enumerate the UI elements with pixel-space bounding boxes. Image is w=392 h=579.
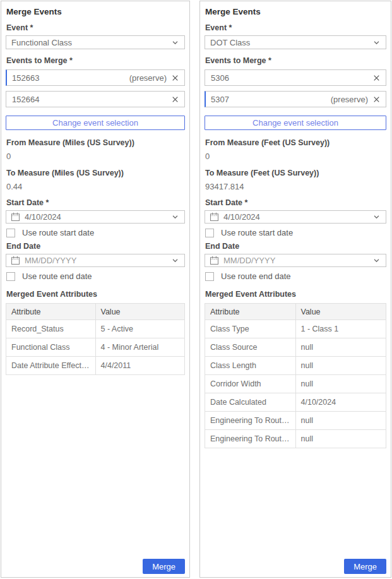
preserve-badge: (preserve) [331,95,368,104]
remove-event-icon[interactable] [372,74,381,82]
table-row: Class Type 1 - Class 1 [205,320,386,338]
from-measure-label: From Measure (Feet (US Survey)) [205,138,386,148]
end-date-placeholder: MM/DD/YYYY [223,256,372,265]
chevron-down-icon [372,213,381,221]
merge-button[interactable]: Merge [143,559,185,574]
value-cell: null [295,338,386,357]
event-to-merge-input[interactable]: 152663 (preserve) [6,69,185,86]
use-route-end-date-label: Use route end date [221,272,291,281]
merged-attributes-table: Attribute Value Record_Status 5 - Active… [6,303,185,375]
calendar-icon [11,212,20,222]
chevron-down-icon [372,39,381,47]
calendar-icon [11,256,20,265]
table-row: Date Calculated 4/10/2024 [205,393,386,412]
merge-events-panel-right: Merge Events Event * DOT Class Events to… [199,1,391,578]
attribute-cell: Date Attribute Effective [6,357,96,375]
table-header-row: Attribute Value [6,304,185,320]
merged-event-attributes-heading: Merged Event Attributes [6,290,185,299]
value-cell: 1 - Class 1 [295,320,386,338]
use-route-start-date-label: Use route start date [221,228,293,237]
remove-event-icon[interactable] [171,74,179,82]
attribute-cell: Engineering To Route ... [205,430,296,448]
event-select-value: Functional Class [11,38,171,47]
merged-attributes-table: Attribute Value Class Type 1 - Class 1 C… [205,303,386,448]
event-select[interactable]: DOT Class [205,35,386,49]
to-measure-label: To Measure (Miles (US Survey)) [6,169,185,178]
table-row: Corridor Width null [205,375,386,393]
end-date-label: End Date [6,242,185,251]
use-route-end-date-label: Use route end date [22,272,92,281]
events-to-merge-label: Events to Merge * [6,56,185,66]
to-measure-label: To Measure (Feet (US Survey)) [205,169,386,178]
start-date-value: 4/10/2024 [25,212,171,222]
calendar-icon [210,212,219,222]
from-measure-value: 0 [6,152,185,161]
value-cell: null [295,412,386,430]
calendar-icon [210,256,219,265]
use-route-start-date-checkbox[interactable] [6,229,15,237]
end-date-placeholder: MM/DD/YYYY [25,256,171,265]
remove-event-icon[interactable] [171,95,179,104]
use-route-end-date-row: Use route end date [6,272,185,281]
use-route-start-date-row: Use route start date [6,228,185,237]
remove-event-icon[interactable] [372,95,381,104]
event-to-merge-input[interactable]: 152664 [6,91,185,107]
use-route-end-date-row: Use route end date [205,272,386,281]
panel-title: Merge Events [6,7,185,17]
event-id-value: 5306 [211,73,372,83]
value-column-header: Value [295,304,386,320]
to-measure-value: 0.44 [6,182,185,191]
event-to-merge-input[interactable]: 5307 (preserve) [205,91,386,107]
use-route-start-date-label: Use route start date [22,228,94,237]
event-id-value: 152664 [12,95,171,104]
merged-event-attributes-heading: Merged Event Attributes [205,290,386,299]
table-header-row: Attribute Value [205,304,386,320]
attribute-cell: Functional Class [6,338,96,357]
chevron-down-icon [171,256,179,265]
attribute-cell: Corridor Width [205,375,296,393]
attribute-cell: Engineering To RouteID [205,412,296,430]
chevron-down-icon [171,39,179,47]
value-cell: 4/4/2011 [95,357,185,375]
event-label: Event * [6,23,185,33]
attribute-cell: Class Length [205,357,296,375]
use-route-end-date-checkbox[interactable] [205,272,214,281]
chevron-down-icon [171,213,179,221]
merge-events-panel-left: Merge Events Event * Functional Class Ev… [1,1,190,578]
value-cell: null [295,430,386,448]
use-route-end-date-checkbox[interactable] [6,272,15,281]
attribute-column-header: Attribute [205,304,296,320]
start-date-input[interactable]: 4/10/2024 [205,210,386,224]
table-row: Class Length null [205,357,386,375]
table-row: Engineering To RouteID null [205,412,386,430]
start-date-label: Start Date * [6,198,185,208]
start-date-value: 4/10/2024 [223,212,372,222]
event-select-value: DOT Class [210,38,372,47]
chevron-down-icon [372,256,381,265]
from-measure-value: 0 [205,152,386,161]
end-date-input[interactable]: MM/DD/YYYY [205,254,386,267]
end-date-input[interactable]: MM/DD/YYYY [6,254,185,267]
start-date-input[interactable]: 4/10/2024 [6,210,185,224]
attribute-cell: Date Calculated [205,393,296,412]
start-date-label: Start Date * [205,198,386,208]
attribute-cell: Class Type [205,320,296,338]
use-route-start-date-checkbox[interactable] [205,229,214,237]
value-cell: 5 - Active [95,320,185,338]
end-date-label: End Date [205,242,386,251]
event-label: Event * [205,23,386,33]
table-row: Engineering To Route ... null [205,430,386,448]
change-event-selection-button[interactable]: Change event selection [205,116,386,130]
event-select[interactable]: Functional Class [6,35,185,49]
value-cell: null [295,375,386,393]
from-measure-label: From Measure (Miles (US Survey)) [6,138,185,148]
table-row: Record_Status 5 - Active [6,320,185,338]
change-event-selection-button[interactable]: Change event selection [6,116,185,130]
event-to-merge-input[interactable]: 5306 [205,69,386,86]
panel-title: Merge Events [205,7,386,17]
merge-button[interactable]: Merge [344,559,386,574]
attribute-cell: Class Source [205,338,296,357]
use-route-start-date-row: Use route start date [205,228,386,237]
event-id-value: 152663 [12,73,129,83]
events-to-merge-label: Events to Merge * [205,56,386,66]
